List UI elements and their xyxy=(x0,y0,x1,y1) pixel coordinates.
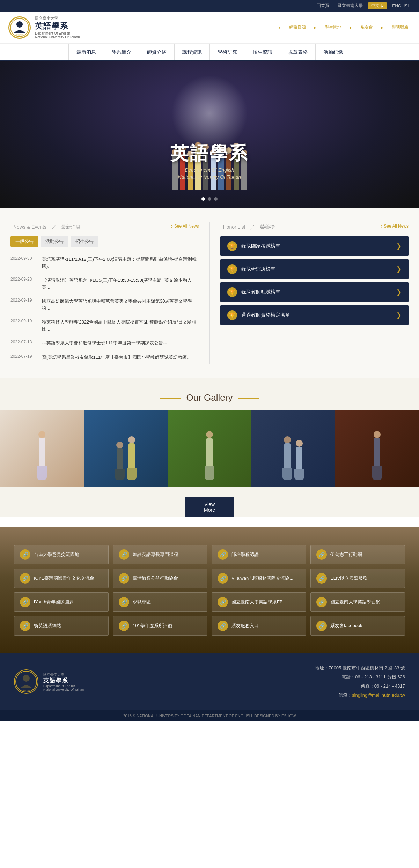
footer-fax: 傳真：06 - 214 - 4317 xyxy=(315,682,405,691)
news-item-5[interactable]: 2022-07-19 贊[英語學系畢業校友錄取111年度【臺南市】國民小學教師甄… xyxy=(10,350,199,365)
svg-point-1 xyxy=(16,21,23,28)
honor-item-3[interactable]: 🏆 通過教師資格檢定名單 ❯ xyxy=(220,305,409,325)
header-link-3[interactable]: 與我聯絡 xyxy=(390,24,411,31)
gallery-panel-2 xyxy=(84,410,168,487)
header-link-0[interactable]: 網路資源 xyxy=(287,24,308,31)
nav-research[interactable]: 學術研究 xyxy=(210,44,245,60)
link-label-1: 加註英語專長專門課程 xyxy=(133,551,178,558)
link-label-10: 國立臺南大學英語學系FB xyxy=(231,599,283,605)
footer-email-link[interactable]: singling@mail.nutn.edu.tw xyxy=(352,692,405,698)
footer-address: 地址：70005 臺南市中西區樹林街 2 路 33 號 xyxy=(315,663,405,673)
gallery-grid xyxy=(0,410,419,487)
news-date-4: 2022-07-13 xyxy=(10,340,38,344)
news-see-all[interactable]: See All News xyxy=(171,223,199,229)
tab-admissions[interactable]: 招生公告 xyxy=(71,236,98,247)
honor-see-all[interactable]: See All News xyxy=(381,223,409,229)
link-label-15: 系友會facebook xyxy=(330,623,362,629)
tab-general[interactable]: 一般公告 xyxy=(10,236,38,247)
copyright-text: 2018 © NATIONAL UNIVERSITY OF TAINAN DEP… xyxy=(123,714,296,718)
nav-news[interactable]: 最新消息 xyxy=(68,44,104,60)
honor-icon-3: 🏆 xyxy=(227,310,237,320)
honor-icon-0: 🏆 xyxy=(227,241,237,251)
dot-3[interactable] xyxy=(214,197,218,201)
footer-logo-text: 國立臺南大學 英語學系 Department Of English Nation… xyxy=(43,672,84,691)
news-date-3: 2022-09-19 xyxy=(10,319,38,324)
link-item-10[interactable]: 🔗 國立臺南大學英語學系FB xyxy=(212,592,306,612)
topbar-home[interactable]: 回首頁 xyxy=(314,2,332,9)
news-text-2: 國立高雄師範大學英語系與中韓芭蕾英美文學會共同主辦第30屆英美文學學術... xyxy=(42,298,199,311)
nav-faculty[interactable]: 師資介紹 xyxy=(139,44,175,60)
link-icon-11: 🔗 xyxy=(316,597,327,607)
tab-activity[interactable]: 活動公告 xyxy=(41,236,68,247)
news-item-0[interactable]: 2022-09-30 英語系演講-111/10/12(三)下午2:00(演講主題… xyxy=(10,252,199,273)
link-item-11[interactable]: 🔗 國立臺南大學英語學習網 xyxy=(310,592,405,612)
footer-logo: 臺南大學 國立臺南大學 英語學系 Department Of English N… xyxy=(14,663,84,700)
nav-rules[interactable]: 規章表格 xyxy=(280,44,316,60)
link-item-5[interactable]: 🔗 臺灣微客公益行動協會 xyxy=(113,569,207,588)
link-item-15[interactable]: 🔗 系友會facebook xyxy=(310,616,405,636)
honor-arrow-2: ❯ xyxy=(396,288,402,296)
link-icon-9: 🔗 xyxy=(119,597,129,607)
link-label-4: ICYE臺灣國際青年文化交流會 xyxy=(34,575,94,581)
honor-item-1[interactable]: 🏆 錄取研究所榜單 ❯ xyxy=(220,259,409,279)
honor-icon-2: 🏆 xyxy=(227,287,237,297)
honor-section-title: Honor List ／ 榮譽榜 See All News xyxy=(220,222,409,231)
link-item-13[interactable]: 🔗 101學年度系所評鑑 xyxy=(113,616,207,636)
logo-circle: 臺南大學 xyxy=(8,16,31,39)
top-bar: 回首頁 國立臺南大學 中文版 ENGLISH xyxy=(0,0,419,12)
gallery-figure-5 xyxy=(372,431,382,480)
news-date-5: 2022-07-19 xyxy=(10,354,38,359)
link-icon-6: 🔗 xyxy=(218,573,228,584)
header-link-2[interactable]: 系友會 xyxy=(358,24,375,31)
news-item-4[interactable]: 2022-07-13 ---英語學系大學部和進修學士班111學年度第一學期課表公… xyxy=(10,336,199,350)
nav-admissions[interactable]: 招生資訊 xyxy=(245,44,280,60)
gallery-panel-3 xyxy=(168,410,251,487)
gallery-figure-3 xyxy=(205,431,214,480)
link-icon-2: 🔗 xyxy=(218,549,228,560)
gallery-figure-2b xyxy=(127,436,137,480)
view-more-button[interactable]: View More xyxy=(185,497,234,517)
hero-subtitle2: National University Of Tainan xyxy=(170,174,249,180)
footer: 臺南大學 國立臺南大學 英語學系 Department Of English N… xyxy=(0,653,419,710)
hero-text-block: 英語學系 Department Of English National Univ… xyxy=(170,141,249,180)
honor-item-0[interactable]: 🏆 錄取國家考試榜單 ❯ xyxy=(220,236,409,256)
link-icon-14: 🔗 xyxy=(218,621,228,631)
footer-logo-circle: 臺南大學 xyxy=(14,669,38,694)
news-date-2: 2022-09-19 xyxy=(10,298,38,303)
dot-1[interactable] xyxy=(201,197,205,201)
news-text-0: 英語系演講-111/10/12(三)下午2:00(演講主題：從新聞系到由係體-從… xyxy=(42,256,199,269)
news-text-1: 【演講取消】英語系之III/10/5(三)下午13:30-15:30(演講主題=… xyxy=(42,277,199,290)
honor-item-2[interactable]: 🏆 錄取教師甄試榜單 ❯ xyxy=(220,282,409,302)
svg-text:臺南大學: 臺南大學 xyxy=(23,689,30,691)
dot-2[interactable] xyxy=(208,197,211,201)
link-item-0[interactable]: 🔗 台南大學意見交流園地 xyxy=(14,545,109,564)
nav-about[interactable]: 學系簡介 xyxy=(104,44,139,60)
link-item-12[interactable]: 🔗 銜英語系網站 xyxy=(14,616,109,636)
link-icon-0: 🔗 xyxy=(20,549,30,560)
gallery-panel-5 xyxy=(335,410,419,487)
link-icon-15: 🔗 xyxy=(316,621,327,631)
hero-subtitle1: Department Of English xyxy=(170,167,249,173)
link-item-9[interactable]: 🔗 求職專區 xyxy=(113,592,207,612)
honor-text-3: 通過教師資格檢定名單 xyxy=(241,312,392,318)
nav-courses[interactable]: 課程資訊 xyxy=(175,44,210,60)
link-item-8[interactable]: 🔗 iYouth青年國際圓夢 xyxy=(14,592,109,612)
news-item-1[interactable]: 2022-09-23 【演講取消】英語系之III/10/5(三)下午13:30-… xyxy=(10,273,199,294)
header-link-1[interactable]: 學生園地 xyxy=(323,24,344,31)
news-item-2[interactable]: 2022-09-19 國立高雄師範大學英語系與中韓芭蕾英美文學會共同主辦第30屆… xyxy=(10,294,199,315)
link-item-14[interactable]: 🔗 系友服務入口 xyxy=(212,616,306,636)
link-icon-1: 🔗 xyxy=(119,549,129,560)
nav-activities[interactable]: 活動紀錄 xyxy=(316,44,351,60)
link-item-6[interactable]: 🔗 VTaiwan志願服務國際交流協... xyxy=(212,569,306,588)
link-item-7[interactable]: 🔗 ELIV以立國際服務 xyxy=(310,569,405,588)
link-item-1[interactable]: 🔗 加註英語專長專門課程 xyxy=(113,545,207,564)
link-item-3[interactable]: 🔗 伊甸志工行動網 xyxy=(310,545,405,564)
topbar-chinese[interactable]: 中文版 xyxy=(368,2,387,9)
link-label-5: 臺灣微客公益行動協會 xyxy=(133,575,178,581)
topbar-university[interactable]: 國立臺南大學 xyxy=(335,2,366,9)
link-item-2[interactable]: 🔗 師培學程認證 xyxy=(212,545,306,564)
topbar-english[interactable]: ENGLISH xyxy=(389,3,413,9)
link-item-4[interactable]: 🔗 ICYE臺灣國際青年文化交流會 xyxy=(14,569,109,588)
link-label-6: VTaiwan志願服務國際交流協... xyxy=(231,575,293,581)
news-item-3[interactable]: 2022-09-19 獲東科技大學辦理'2022全國高中職暨大專院校置室乩 奪獻… xyxy=(10,315,199,336)
